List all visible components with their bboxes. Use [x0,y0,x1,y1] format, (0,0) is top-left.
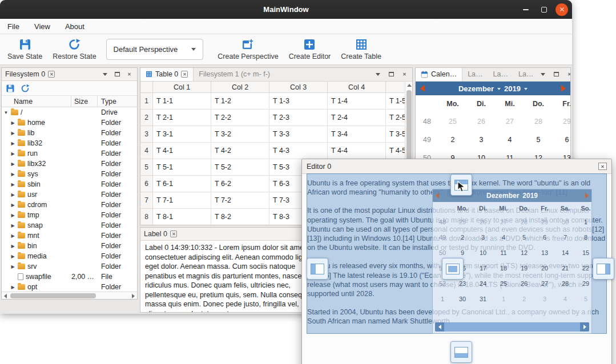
column-header-type[interactable]: Type [98,96,137,107]
table-cell[interactable]: T 2-1 [153,110,211,126]
table-cell[interactable]: T 6-1 [153,176,211,192]
table-cell[interactable]: T 6-2 [211,176,269,192]
drop-indicator-right[interactable] [593,258,614,280]
expand-arrow-icon[interactable]: ▶ [10,233,15,238]
expand-arrow-icon[interactable]: ▶ [10,285,15,290]
close-button[interactable] [555,3,568,16]
row-header[interactable]: 8 [140,209,153,225]
year-label[interactable]: 2019 [504,84,521,93]
column-header[interactable]: Col 3 [269,82,328,92]
calendar-day[interactable]: 27 [496,118,524,126]
expand-arrow-icon[interactable]: ▶ [10,213,15,218]
close-tab-icon[interactable] [170,230,177,237]
table-cell[interactable]: T 5-1 [153,159,211,176]
calendar-day[interactable]: 26 [467,118,496,126]
row-header[interactable]: 6 [140,176,153,192]
menu-about[interactable]: About [58,19,92,34]
column-header[interactable]: Col 1 [153,82,211,92]
tree-row[interactable]: ▶ lib32 Folder [2,138,137,148]
tree-row[interactable]: ▶ home Folder [2,118,137,128]
tree-row[interactable]: ▶ sbin Folder [2,179,137,189]
scroll-left-button[interactable] [2,292,9,300]
tree-row[interactable]: ▶ opt Folder [2,282,137,292]
calendar-day[interactable]: 29 [553,118,571,126]
column-header-size[interactable]: Size [71,96,98,107]
next-month-button[interactable] [561,85,566,92]
table-cell[interactable]: T 1-2 [211,93,269,110]
tab-calendar[interactable]: Calen… [416,67,462,81]
table-cell[interactable]: T 8-2 [211,209,269,225]
filesystem-dock-titlebar[interactable]: Filesystem 0 [2,68,137,81]
table-cell[interactable]: T 4-1 [153,143,211,159]
table-cell[interactable]: T 3-2 [211,126,269,143]
expand-arrow-icon[interactable]: ▶ [10,203,15,208]
dock-close-button[interactable] [400,70,409,79]
expand-arrow-icon[interactable]: ▶ [10,172,15,177]
scroll-up-button[interactable] [405,82,413,89]
tree-row[interactable]: ▶ cdrom Folder [2,200,137,210]
calendar-day[interactable]: 6 [553,136,571,144]
tree-row[interactable]: ▶ srv Folder [2,261,137,272]
tree-row[interactable]: ▶ snap Folder [2,220,137,230]
table-cell[interactable]: T 2-4 [328,110,386,126]
table-cell[interactable]: T 4-3 [269,143,328,159]
table-cell[interactable]: T 1-1 [153,93,211,110]
create-editor-button[interactable]: Create Editor [284,37,336,62]
table-cell[interactable]: T 7-2 [211,192,269,209]
tree-row[interactable]: ▶ usr Folder [2,189,137,200]
table-cell[interactable]: T 1-4 [328,93,386,110]
create-table-button[interactable]: Create Table [336,37,386,62]
row-header[interactable]: 2 [140,110,153,126]
table-cell[interactable]: T 2-3 [269,110,328,126]
minimize-button[interactable] [519,3,533,17]
dock-menu-button[interactable] [538,70,547,79]
tab-label-3[interactable]: La… [513,67,538,81]
tree-row[interactable]: swapfile 2,00 … File [2,272,137,282]
table-cell[interactable]: T 4-4 [328,143,386,159]
expand-arrow-icon[interactable]: ▶ [10,131,15,136]
calendar-day[interactable]: 28 [524,118,553,126]
editor-titlebar[interactable]: Editor 0 [302,159,611,174]
tab-label-2[interactable]: La… [488,67,513,81]
close-tab-icon[interactable] [181,71,188,78]
expand-arrow-icon[interactable]: ▶ [10,244,15,249]
tree-row[interactable]: ▼ / Drive [2,107,137,118]
horizontal-scrollbar[interactable] [2,292,137,299]
table-cell[interactable]: T 3-4 [328,126,386,143]
table-cell[interactable]: T 3-3 [269,126,328,143]
column-header-name[interactable]: Name [2,96,71,107]
table-cell[interactable]: T 8-1 [153,209,211,225]
expand-arrow-icon[interactable]: ▶ [10,161,15,167]
dock-float-button[interactable] [551,70,561,79]
table-cell[interactable]: T 7-1 [153,192,211,209]
tree-row[interactable]: ▶ mnt Folder [2,230,137,241]
tree-row[interactable]: ▶ run Folder [2,148,137,159]
scroll-right-button[interactable] [130,292,137,300]
drop-indicator-center[interactable] [442,258,464,280]
month-label[interactable]: Dezember [458,84,494,93]
tree-row[interactable]: ▶ lib Folder [2,128,137,138]
perspective-selector[interactable]: Default Perspective [106,39,204,60]
menu-view[interactable]: View [27,19,58,34]
calendar-day[interactable]: 2 [438,136,467,144]
row-header[interactable]: 4 [140,143,153,159]
tree-row[interactable]: ▶ bin Folder [2,241,137,251]
row-header[interactable]: 5 [140,159,153,176]
save-state-button[interactable]: Save State [2,37,47,62]
dock-menu-button[interactable] [100,70,110,79]
row-header[interactable]: 1 [140,93,153,110]
expand-arrow-icon[interactable]: ▶ [10,151,15,156]
table-cell[interactable]: T 5-2 [211,159,269,176]
tree-row[interactable]: ▶ tmp Folder [2,210,137,220]
tree-row[interactable]: ▶ media Folder [2,251,137,261]
dock-float-button[interactable] [386,70,396,79]
expand-arrow-icon[interactable]: ▼ [3,110,9,115]
row-header[interactable]: 7 [140,192,153,209]
expand-arrow-icon[interactable]: ▶ [10,192,15,197]
tree-row[interactable]: ▶ libx32 Folder [2,159,137,169]
restore-icon[interactable] [21,84,30,93]
restore-state-button[interactable]: Restore State [47,37,101,62]
expand-arrow-icon[interactable]: ▶ [10,264,15,269]
tab-label-1[interactable]: La… [462,67,488,81]
tree-row[interactable]: ▶ sys Folder [2,169,137,179]
